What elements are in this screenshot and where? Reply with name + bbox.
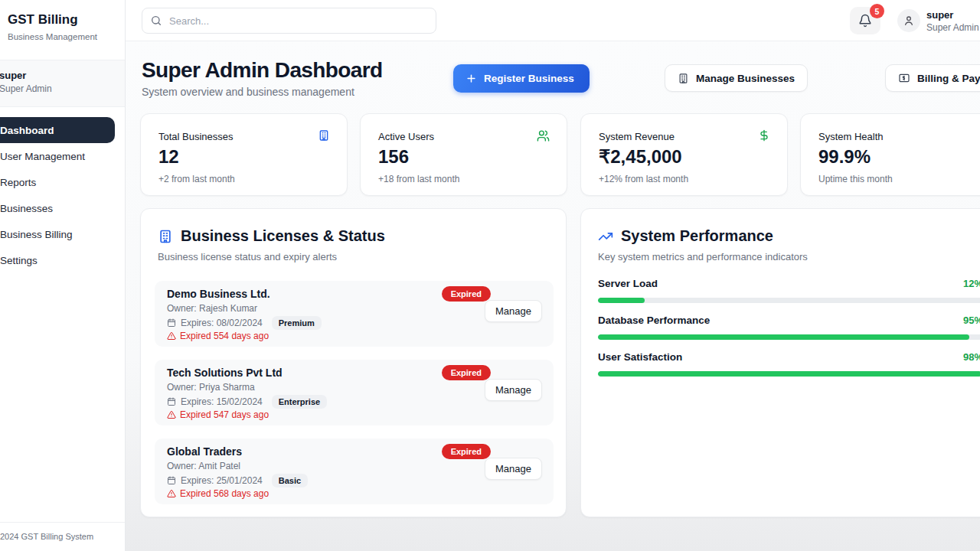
stat-value: ₹2,45,000 [599, 146, 682, 168]
progress-bar-server-load [598, 298, 980, 303]
stat-card-system-revenue: System Revenue ₹2,45,000 +12% from last … [580, 113, 788, 196]
manage-businesses-label: Manage Businesses [696, 73, 795, 84]
building-icon [678, 73, 689, 84]
manage-button[interactable]: Manage [485, 379, 542, 401]
search-box[interactable] [142, 8, 436, 34]
plan-badge: Premium [272, 316, 322, 330]
sidebar-item-dashboard[interactable]: Dashboard [0, 117, 115, 143]
progress-bar-user-satisfaction [598, 371, 980, 377]
stat-value: 12 [158, 146, 179, 168]
plus-icon [466, 73, 477, 84]
sidebar-user-role: Super Admin [0, 83, 125, 94]
app-title: GST Billing [8, 12, 117, 28]
main-content: Super Admin Dashboard System overview an… [126, 41, 980, 551]
sidebar-item-reports[interactable]: Reports [0, 169, 125, 195]
stat-card-system-health: System Health 99.9% Uptime this month [800, 113, 980, 196]
performance-subtitle: Key system metrics and performance indic… [598, 251, 808, 262]
topbar: 5 super Super Admin [126, 0, 980, 41]
warning-icon [167, 489, 176, 498]
metric-value-database-performance: 95% [963, 315, 980, 326]
performance-title-text: System Performance [621, 227, 773, 245]
progress-bar-database-performance [598, 334, 980, 340]
metric-value-user-satisfaction: 98% [963, 351, 980, 363]
search-input[interactable] [169, 15, 428, 27]
metric-value-server-load: 12% [963, 278, 980, 289]
status-badge: Expired [442, 444, 491, 459]
license-item: Tech Solutions Pvt Ltd Owner: Priya Shar… [155, 360, 554, 425]
business-meta: Expires: 08/02/2024 Premium [167, 316, 322, 330]
trending-up-icon [598, 229, 613, 244]
manage-button[interactable]: Manage [485, 458, 542, 480]
calendar-icon [167, 397, 176, 406]
metric-label-user-satisfaction: User Satisfaction [598, 351, 682, 363]
stat-sub: +2 from last month [158, 174, 235, 184]
users-icon [537, 129, 550, 142]
stat-label: System Revenue [599, 131, 675, 142]
sidebar: GST Billing Business Management super Su… [0, 0, 126, 551]
sidebar-item-business-billing[interactable]: Business Billing [0, 221, 125, 247]
building-icon [318, 129, 330, 142]
metric-label-server-load: Server Load [598, 278, 658, 289]
business-name: Demo Business Ltd. [167, 288, 270, 300]
sidebar-footer: 2024 GST Billing System [0, 522, 125, 551]
status-badge: Expired [442, 365, 491, 380]
sidebar-item-settings[interactable]: Settings [0, 247, 125, 273]
banknote-icon [898, 72, 910, 84]
warning-icon [167, 331, 176, 341]
app-subtitle: Business Management [8, 32, 117, 41]
license-item: Global Traders Owner: Amit Patel Expires… [155, 439, 554, 504]
business-name: Global Traders [167, 445, 242, 458]
expiry-date: Expires: 15/02/2024 [181, 396, 263, 407]
topbar-user-role: Super Admin [926, 22, 979, 33]
performance-panel-title: System Performance [598, 227, 773, 245]
business-meta: Expires: 25/01/2024 Basic [167, 474, 308, 487]
register-business-button[interactable]: Register Business [453, 64, 590, 93]
plan-badge: Basic [272, 474, 308, 487]
license-item: Demo Business Ltd. Owner: Rajesh Kumar E… [155, 281, 554, 347]
page-title: Super Admin Dashboard [142, 58, 383, 83]
billing-payments-label: Billing & Payments [917, 73, 980, 84]
app-brand: GST Billing Business Management [0, 0, 125, 60]
stat-sub: +12% from last month [599, 174, 688, 184]
sidebar-item-user-management[interactable]: User Management [0, 143, 125, 169]
expired-note: Expired 568 days ago [167, 488, 269, 499]
plan-badge: Enterprise [272, 395, 327, 409]
warning-icon [167, 410, 176, 419]
notification-badge: 5 [870, 4, 884, 18]
stat-label: System Health [818, 131, 884, 142]
metric-label-database-performance: Database Performance [598, 315, 710, 326]
sidebar-nav: Dashboard User Management Reports Busine… [0, 107, 125, 273]
manage-businesses-button[interactable]: Manage Businesses [665, 64, 808, 92]
stat-label: Active Users [378, 131, 434, 142]
stat-label: Total Businesses [158, 131, 234, 142]
calendar-icon [167, 476, 176, 485]
licenses-title-text: Business Licenses & Status [181, 227, 385, 245]
building-icon [158, 229, 173, 244]
manage-button[interactable]: Manage [485, 300, 542, 322]
expiry-date: Expires: 25/01/2024 [181, 475, 263, 486]
register-business-label: Register Business [484, 73, 574, 84]
sidebar-item-businesses[interactable]: Businesses [0, 195, 125, 221]
calendar-icon [167, 318, 176, 328]
stat-value: 156 [378, 146, 409, 168]
licenses-subtitle: Business license status and expiry alert… [158, 251, 337, 262]
expired-note: Expired 554 days ago [167, 331, 269, 341]
progress-fill [598, 371, 980, 377]
expired-note: Expired 547 days ago [167, 409, 269, 420]
stat-card-active-users: Active Users 156 +18 from last month [360, 113, 567, 196]
business-meta: Expires: 15/02/2024 Enterprise [167, 395, 327, 409]
business-owner: Owner: Priya Sharma [167, 382, 255, 393]
search-icon [150, 15, 162, 27]
sidebar-user-block: super Super Admin [0, 60, 125, 107]
licenses-panel-title: Business Licenses & Status [158, 227, 385, 245]
stat-card-total-businesses: Total Businesses 12 +2 from last month [140, 113, 348, 196]
page-subtitle: System overview and business management [142, 86, 354, 98]
progress-fill [598, 298, 645, 303]
billing-payments-button[interactable]: Billing & Payments [885, 64, 980, 92]
business-owner: Owner: Amit Patel [167, 461, 240, 471]
sidebar-user-name: super [0, 70, 125, 81]
status-badge: Expired [442, 286, 491, 302]
avatar[interactable] [897, 9, 920, 32]
progress-fill [598, 334, 969, 340]
user-icon [903, 15, 915, 27]
